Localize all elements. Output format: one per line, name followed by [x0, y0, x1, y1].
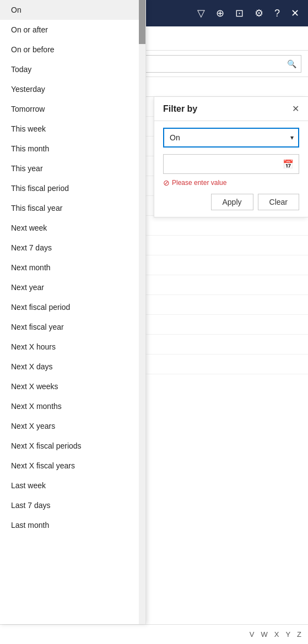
dropdown-item-on-or-after[interactable]: On or after [0, 20, 145, 40]
dropdown-item-this-fiscal-period[interactable]: This fiscal period [0, 178, 145, 198]
user-icon[interactable]: ⊡ [235, 7, 244, 19]
dropdown-item-on[interactable]: On [0, 0, 145, 20]
help-icon[interactable]: ? [274, 8, 280, 19]
filter-condition-select[interactable]: On On or after On or before Today Yester… [163, 128, 299, 148]
dropdown-item-yesterday[interactable]: Yesterday [0, 79, 145, 99]
dropdown-item-this-month[interactable]: This month [0, 139, 145, 159]
dropdown-item-next-7-days[interactable]: Next 7 days [0, 238, 145, 258]
bottom-letter-x: X [274, 630, 279, 638]
dropdown-item-next-x-hours[interactable]: Next X hours [0, 337, 145, 357]
dropdown-item-next-year[interactable]: Next year [0, 277, 145, 297]
filter-icon[interactable]: ▽ [197, 7, 205, 19]
dropdown-item-tomorrow[interactable]: Tomorrow [0, 99, 145, 119]
dropdown-item-next-x-years[interactable]: Next X years [0, 416, 145, 436]
filter-panel-body: On On or after On or before Today Yester… [154, 121, 308, 217]
close-icon[interactable]: ✕ [291, 7, 299, 19]
dropdown-item-on-or-before[interactable]: On or before [0, 40, 145, 59]
dropdown-item-next-month[interactable]: Next month [0, 258, 145, 277]
apply-button[interactable]: Apply [211, 194, 253, 210]
dropdown-item-next-x-fiscal-periods[interactable]: Next X fiscal periods [0, 436, 145, 456]
filter-error-message: ⊘ Please enter value [163, 178, 299, 187]
error-text: Please enter value [172, 179, 226, 187]
add-circle-icon[interactable]: ⊕ [216, 7, 224, 19]
bottom-letter-z: Z [297, 630, 301, 638]
dropdown-item-next-x-months[interactable]: Next X months [0, 396, 145, 416]
dropdown-item-today[interactable]: Today [0, 59, 145, 79]
dropdown-item-next-x-days[interactable]: Next X days [0, 357, 145, 376]
filter-select-wrapper: On On or after On or before Today Yester… [163, 128, 299, 148]
dropdown-item-last-week[interactable]: Last week [0, 476, 145, 495]
dropdown-item-next-fiscal-period[interactable]: Next fiscal period [0, 297, 145, 317]
filter-panel-title: Filter by [163, 104, 197, 114]
filter-panel-close-button[interactable]: ✕ [292, 103, 299, 114]
filter-panel: Filter by ✕ On On or after On or before … [154, 97, 308, 217]
settings-icon[interactable]: ⚙ [255, 7, 263, 19]
dropdown-item-last-7-days[interactable]: Last 7 days [0, 495, 145, 515]
filter-date-wrapper: 📅 [163, 154, 299, 174]
filter-date-input[interactable] [163, 154, 299, 174]
clear-button[interactable]: Clear [258, 194, 299, 210]
scrollbar[interactable] [139, 0, 145, 624]
bottom-letter-w: W [261, 630, 267, 638]
dropdown-item-next-x-weeks[interactable]: Next X weeks [0, 376, 145, 396]
bottom-bar: V W X Y Z [0, 624, 308, 644]
dropdown-item-this-fiscal-year[interactable]: This fiscal year [0, 198, 145, 218]
filter-panel-header: Filter by ✕ [154, 97, 308, 121]
dropdown-item-next-fiscal-year[interactable]: Next fiscal year [0, 317, 145, 337]
search-magnifier-icon: 🔍 [287, 59, 296, 68]
filter-actions: Apply Clear [163, 194, 299, 210]
dropdown-item-this-week[interactable]: This week [0, 119, 145, 139]
error-icon: ⊘ [163, 178, 170, 187]
dropdown-item-next-week[interactable]: Next week [0, 218, 145, 238]
bottom-letter-v: V [250, 630, 255, 638]
dropdown-item-last-month[interactable]: Last month [0, 515, 145, 535]
dropdown-item-next-x-fiscal-years[interactable]: Next X fiscal years [0, 456, 145, 476]
bottom-letter-y: Y [285, 630, 290, 638]
scrollbar-thumb[interactable] [139, 0, 145, 44]
dropdown-item-this-year[interactable]: This year [0, 159, 145, 178]
dropdown-overlay: OnOn or afterOn or beforeTodayYesterdayT… [0, 0, 146, 624]
